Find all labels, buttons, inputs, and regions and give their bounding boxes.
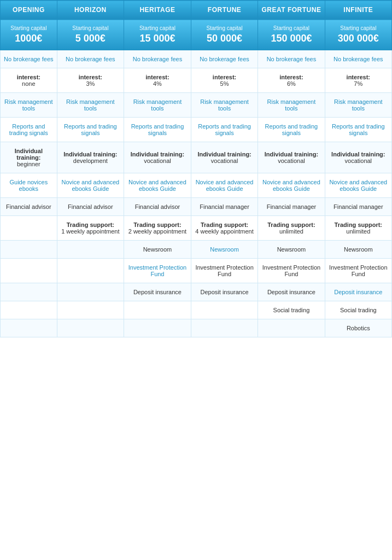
col-header-heritage: HERITAGE	[124, 1, 191, 20]
cell-deposit-3: Deposit insurance	[191, 283, 258, 301]
cell-trading_support-2: Trading support:2 weekly appointment	[124, 216, 191, 241]
cell-social-3	[191, 301, 258, 319]
cell-investment-5: Investment Protection Fund	[325, 259, 391, 283]
cell-ebooks-0: Guide novices ebooks	[1, 173, 57, 198]
cell-trading_support-3: Trading support:4 weekly appointment	[191, 216, 258, 241]
cell-investment-4: Investment Protection Fund	[258, 259, 325, 283]
capital-row: Starting capital1000€Starting capital5 0…	[1, 20, 392, 50]
cell-deposit-4: Deposit insurance	[258, 283, 325, 301]
cell-brokerage-0: No brokerage fees	[1, 50, 57, 68]
cell-newsroom-0	[1, 241, 57, 259]
feature-row-interest: interest:noneinterest:3%interest:4%inter…	[1, 68, 392, 93]
cell-robotics-4	[258, 319, 325, 337]
cell-ebooks-5: Novice and advanced ebooks Guide	[325, 173, 391, 198]
cell-deposit-2: Deposit insurance	[124, 283, 191, 301]
cell-deposit-0	[1, 283, 57, 301]
capital-cell-3: Starting capital50 000€	[191, 20, 258, 50]
cell-advisor-4: Financial manager	[258, 198, 325, 216]
feature-row-newsroom: NewsroomNewsroomNewsroomNewsroom	[1, 241, 392, 259]
feature-row-deposit: Deposit insuranceDeposit insuranceDeposi…	[1, 283, 392, 301]
cell-interest-5: interest:7%	[325, 68, 391, 93]
cell-reports-1: Reports and trading signals	[57, 118, 124, 142]
col-header-fortune: FORTUNE	[191, 1, 258, 20]
capital-cell-0: Starting capital1000€	[1, 20, 57, 50]
feature-row-risk: Risk management toolsRisk management too…	[1, 93, 392, 118]
cell-social-1	[57, 301, 124, 319]
cell-investment-2: Investment Protection Fund	[124, 259, 191, 283]
feature-row-social: Social tradingSocial trading	[1, 301, 392, 319]
cell-reports-5: Reports and trading signals	[325, 118, 391, 142]
cell-advisor-5: Financial manager	[325, 198, 391, 216]
cell-advisor-2: Financial advisor	[124, 198, 191, 216]
cell-brokerage-3: No brokerage fees	[191, 50, 258, 68]
cell-ebooks-2: Novice and advanced ebooks Guide	[124, 173, 191, 198]
cell-social-5: Social trading	[325, 301, 391, 319]
cell-brokerage-4: No brokerage fees	[258, 50, 325, 68]
cell-interest-1: interest:3%	[57, 68, 124, 93]
cell-deposit-5: Deposit insurance	[325, 283, 391, 301]
cell-advisor-3: Financial manager	[191, 198, 258, 216]
cell-advisor-1: Financial advisor	[57, 198, 124, 216]
cell-robotics-3	[191, 319, 258, 337]
cell-robotics-2	[124, 319, 191, 337]
capital-cell-2: Starting capital15 000€	[124, 20, 191, 50]
cell-robotics-1	[57, 319, 124, 337]
cell-ebooks-4: Novice and advanced ebooks Guide	[258, 173, 325, 198]
cell-interest-2: interest:4%	[124, 68, 191, 93]
comparison-table: OPENINGHORIZONHERITAGEFORTUNEGREAT FORTU…	[0, 0, 392, 337]
feature-row-advisor: Financial advisorFinancial advisorFinanc…	[1, 198, 392, 216]
capital-cell-5: Starting capital300 000€	[325, 20, 391, 50]
cell-deposit-1	[57, 283, 124, 301]
cell-risk-4: Risk management tools	[258, 93, 325, 118]
cell-newsroom-2: Newsroom	[124, 241, 191, 259]
cell-training-2: Individual training:vocational	[124, 142, 191, 173]
feature-row-reports: Reports and trading signalsReports and t…	[1, 118, 392, 142]
cell-brokerage-1: No brokerage fees	[57, 50, 124, 68]
col-header-great-fortune: GREAT FORTUNE	[258, 1, 325, 20]
cell-investment-1	[57, 259, 124, 283]
cell-training-1: Individual training:development	[57, 142, 124, 173]
cell-risk-5: Risk management tools	[325, 93, 391, 118]
col-header-horizon: HORIZON	[57, 1, 124, 20]
cell-robotics-0	[1, 319, 57, 337]
capital-cell-4: Starting capital150 000€	[258, 20, 325, 50]
cell-advisor-0: Financial advisor	[1, 198, 57, 216]
cell-newsroom-5: Newsroom	[325, 241, 391, 259]
cell-interest-4: interest:6%	[258, 68, 325, 93]
cell-social-0	[1, 301, 57, 319]
feature-row-investment: Investment Protection FundInvestment Pro…	[1, 259, 392, 283]
cell-risk-0: Risk management tools	[1, 93, 57, 118]
cell-investment-0	[1, 259, 57, 283]
cell-newsroom-4: Newsroom	[258, 241, 325, 259]
cell-training-4: Individual training:vocational	[258, 142, 325, 173]
cell-risk-2: Risk management tools	[124, 93, 191, 118]
cell-training-0: Individual training:beginner	[1, 142, 57, 173]
capital-cell-1: Starting capital5 000€	[57, 20, 124, 50]
feature-row-training: Individual training:beginnerIndividual t…	[1, 142, 392, 173]
cell-interest-3: interest:5%	[191, 68, 258, 93]
cell-ebooks-3: Novice and advanced ebooks Guide	[191, 173, 258, 198]
header-row: OPENINGHORIZONHERITAGEFORTUNEGREAT FORTU…	[1, 1, 392, 20]
feature-row-ebooks: Guide novices ebooksNovice and advanced …	[1, 173, 392, 198]
cell-newsroom-1	[57, 241, 124, 259]
cell-brokerage-2: No brokerage fees	[124, 50, 191, 68]
cell-risk-3: Risk management tools	[191, 93, 258, 118]
feature-row-brokerage: No brokerage feesNo brokerage feesNo bro…	[1, 50, 392, 68]
cell-robotics-5: Robotics	[325, 319, 391, 337]
cell-training-5: Individual training:vocational	[325, 142, 391, 173]
cell-brokerage-5: No brokerage fees	[325, 50, 391, 68]
cell-risk-1: Risk management tools	[57, 93, 124, 118]
feature-row-robotics: Robotics	[1, 319, 392, 337]
feature-row-trading_support: Trading support:1 weekly appointmentTrad…	[1, 216, 392, 241]
cell-investment-3: Investment Protection Fund	[191, 259, 258, 283]
cell-trading_support-5: Trading support:unlimited	[325, 216, 391, 241]
col-header-infinite: INFINITE	[325, 1, 391, 20]
cell-reports-3: Reports and trading signals	[191, 118, 258, 142]
cell-reports-4: Reports and trading signals	[258, 118, 325, 142]
cell-social-2	[124, 301, 191, 319]
cell-ebooks-1: Novice and advanced ebooks Guide	[57, 173, 124, 198]
cell-training-3: Individual training:vocational	[191, 142, 258, 173]
cell-interest-0: interest:none	[1, 68, 57, 93]
cell-reports-2: Reports and trading signals	[124, 118, 191, 142]
cell-social-4: Social trading	[258, 301, 325, 319]
